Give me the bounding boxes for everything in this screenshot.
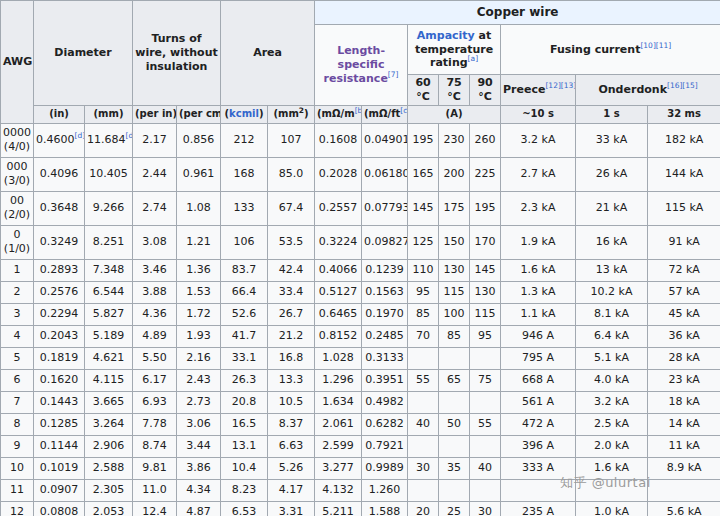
data-cell: 115 xyxy=(439,281,470,303)
table-row: 40.20435.1894.891.9341.721.20.81520.2485… xyxy=(1,325,720,347)
data-cell: 30 xyxy=(470,501,501,516)
table-row: 30.22945.8274.361.7252.626.70.64650.1970… xyxy=(1,303,720,325)
data-cell xyxy=(408,391,439,413)
data-cell: 4.36 xyxy=(133,303,177,325)
col-header-90c: 90 °C xyxy=(470,75,501,106)
data-cell: 1.296 xyxy=(315,369,362,391)
data-cell: 20 xyxy=(408,501,439,516)
data-cell: 25 xyxy=(439,501,470,516)
data-cell: 0.1563 xyxy=(362,281,408,303)
data-cell: 50 xyxy=(439,413,470,435)
data-cell: 260 xyxy=(470,123,501,157)
table-row: 90.11442.9068.743.4413.16.632.5990.79213… xyxy=(1,435,720,457)
awg-cell: 7 xyxy=(1,391,34,413)
data-cell: 67.4 xyxy=(268,191,315,225)
data-cell: 200 xyxy=(439,157,470,191)
data-cell: 5.827 xyxy=(85,303,133,325)
unit-in: (in) xyxy=(34,105,85,123)
data-cell: 2.053 xyxy=(85,501,133,516)
data-cell: 16 kA xyxy=(576,225,648,259)
unit-per-in: (per in) xyxy=(133,105,177,123)
data-cell: 4.115 xyxy=(85,369,133,391)
unit-per-cm: (per cm) xyxy=(177,105,221,123)
resistance-link[interactable]: Length-specific resistance xyxy=(324,44,388,85)
data-cell: 10.2 kA xyxy=(576,281,648,303)
data-cell: 7.348 xyxy=(85,259,133,281)
table-row: 70.14433.6656.932.7320.810.51.6340.49825… xyxy=(1,391,720,413)
data-cell: 1.3 kA xyxy=(501,281,576,303)
data-cell: 3.46 xyxy=(133,259,177,281)
awg-cell: 9 xyxy=(1,435,34,457)
data-cell: 0.3133 xyxy=(362,347,408,369)
data-cell: 53.5 xyxy=(268,225,315,259)
data-cell: 11.684[d] xyxy=(85,123,133,157)
onderdonk-refs-link[interactable]: [16][15] xyxy=(667,81,698,90)
data-cell: 13.1 xyxy=(221,435,268,457)
data-cell: 195 xyxy=(470,191,501,225)
ref-a-link[interactable]: [a] xyxy=(468,55,478,64)
data-cell: 1.260 xyxy=(362,479,408,501)
data-cell: 33.1 xyxy=(221,347,268,369)
data-cell: 125 xyxy=(408,225,439,259)
data-cell: 3.665 xyxy=(85,391,133,413)
data-cell: 0.2485 xyxy=(362,325,408,347)
ref-7-link[interactable]: [7] xyxy=(388,70,399,79)
data-cell: 1.6 kA xyxy=(576,457,648,479)
ref-b-link[interactable]: [b] xyxy=(355,105,362,114)
data-cell: 4.0 kA xyxy=(576,369,648,391)
data-cell: 5.189 xyxy=(85,325,133,347)
data-cell: 0.04901 xyxy=(362,123,408,157)
data-cell: 4.87 xyxy=(177,501,221,516)
data-cell: 33 kA xyxy=(576,123,648,157)
col-header-diameter: Diameter xyxy=(34,1,133,106)
data-cell: 3.2 kA xyxy=(576,391,648,413)
table-row: 0(1/0)0.32498.2513.081.2110653.50.32240.… xyxy=(1,225,720,259)
col-header-awg: AWG xyxy=(1,1,34,124)
data-cell: 0.2557 xyxy=(315,191,362,225)
data-cell: 3.2 kA xyxy=(501,123,576,157)
table-row: 0000(4/0)0.4600[d]11.684[d]2.170.8562121… xyxy=(1,123,720,157)
data-cell: 40 xyxy=(408,413,439,435)
ampacity-link[interactable]: Ampacity xyxy=(417,29,475,42)
fusing-refs-link[interactable]: [10][11] xyxy=(640,41,671,50)
data-cell: 2.43 xyxy=(177,369,221,391)
data-cell: 2.906 xyxy=(85,435,133,457)
data-cell: 3.44 xyxy=(177,435,221,457)
data-cell: 1.634 xyxy=(315,391,362,413)
table-row: 60.16204.1156.172.4326.313.31.2960.39515… xyxy=(1,369,720,391)
data-cell: 2.7 kA xyxy=(501,157,576,191)
data-cell: 45 kA xyxy=(648,303,720,325)
data-cell: 2.0 kA xyxy=(576,435,648,457)
data-cell: 21 kA xyxy=(576,191,648,225)
data-cell: 1.72 xyxy=(177,303,221,325)
ref-c-link[interactable]: [c] xyxy=(400,105,407,114)
data-cell: 5.26 xyxy=(268,457,315,479)
data-cell: 0.4982 xyxy=(362,391,408,413)
data-cell: 0.0808 xyxy=(34,501,85,516)
data-cell xyxy=(439,479,470,501)
data-cell: 8.74 xyxy=(133,435,177,457)
ref-link[interactable]: [d] xyxy=(75,131,85,140)
data-cell: 235 A xyxy=(501,501,576,516)
data-cell: 26.7 xyxy=(268,303,315,325)
data-cell: 83.7 xyxy=(221,259,268,281)
data-cell: 65 xyxy=(439,369,470,391)
data-cell: 75 xyxy=(470,369,501,391)
data-cell: 561 A xyxy=(501,391,576,413)
data-cell: 21.2 xyxy=(268,325,315,347)
data-cell: 13.3 xyxy=(268,369,315,391)
data-cell: 1.588 xyxy=(362,501,408,516)
data-cell xyxy=(470,435,501,457)
data-cell: 3.264 xyxy=(85,413,133,435)
data-cell: 66.4 xyxy=(221,281,268,303)
ref-link[interactable]: [d] xyxy=(126,131,133,140)
preece-refs-link[interactable]: [12][13][14][15] xyxy=(545,81,575,90)
data-cell: 11 kA xyxy=(648,435,720,457)
data-cell: 110 xyxy=(408,259,439,281)
data-cell: 9.266 xyxy=(85,191,133,225)
kcmil-link[interactable]: kcmil xyxy=(229,108,259,119)
table-row: 00(2/0)0.36489.2662.741.0813367.40.25570… xyxy=(1,191,720,225)
data-cell: 23 kA xyxy=(648,369,720,391)
data-cell: 0.7921 xyxy=(362,435,408,457)
data-cell: 0.3648 xyxy=(34,191,85,225)
